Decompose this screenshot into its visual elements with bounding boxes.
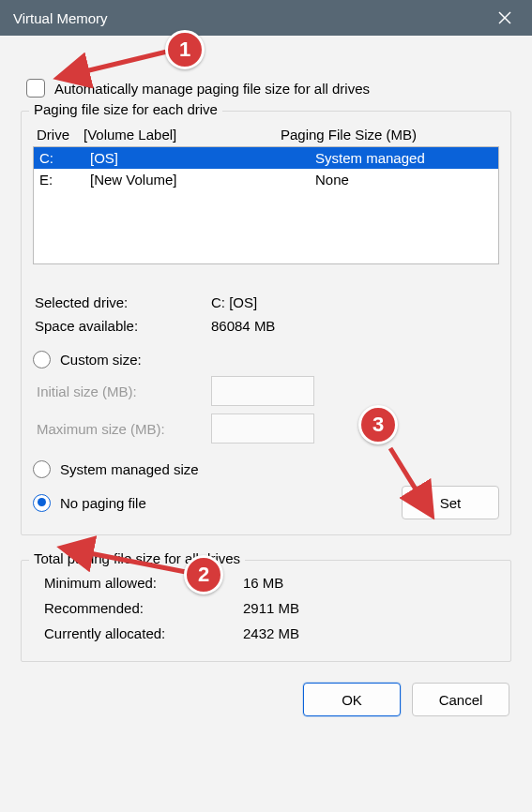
selected-drive-value: C: [OS] xyxy=(211,294,257,310)
dialog-content: Automatically manage paging file size fo… xyxy=(0,36,532,812)
space-available-value: 86084 MB xyxy=(211,318,275,334)
close-icon xyxy=(498,11,511,24)
cancel-button[interactable]: Cancel xyxy=(412,683,509,716)
no-paging-label: No paging file xyxy=(60,495,146,511)
recommended-label: Recommended: xyxy=(44,600,243,616)
header-size: Paging File Size (MB) xyxy=(281,127,495,143)
currently-allocated-label: Currently allocated: xyxy=(44,625,243,641)
drive-list[interactable]: C: [OS] System managed E: [New Volume] N… xyxy=(33,146,499,264)
drives-group-legend: Paging file size for each drive xyxy=(29,101,222,117)
drive-row[interactable]: C: [OS] System managed xyxy=(34,147,498,169)
custom-size-label: Custom size: xyxy=(60,352,142,368)
maximum-size-label: Maximum size (MB): xyxy=(33,421,211,437)
drive-letter: E: xyxy=(39,172,90,188)
space-available-label: Space available: xyxy=(35,318,211,334)
totals-group: Total paging file size for all drives Mi… xyxy=(21,560,511,662)
drive-volume: [OS] xyxy=(90,150,315,166)
set-button[interactable]: Set xyxy=(402,486,499,519)
annotation-badge-2: 2 xyxy=(184,555,223,594)
system-managed-label: System managed size xyxy=(60,461,199,477)
system-managed-radio[interactable] xyxy=(33,460,51,478)
drive-row[interactable]: E: [New Volume] None xyxy=(34,169,498,190)
annotation-badge-1: 1 xyxy=(165,30,205,69)
header-drive: Drive xyxy=(37,127,84,143)
custom-size-option[interactable]: Custom size: xyxy=(33,351,499,368)
auto-manage-label: Automatically manage paging file size fo… xyxy=(54,81,370,97)
annotation-badge-3: 3 xyxy=(358,405,398,444)
titlebar: Virtual Memory xyxy=(0,0,532,36)
virtual-memory-dialog: Virtual Memory Automatically manage pagi… xyxy=(0,0,532,812)
initial-size-input[interactable] xyxy=(211,376,314,406)
ok-button[interactable]: OK xyxy=(303,683,401,716)
initial-size-row: Initial size (MB): xyxy=(33,376,499,406)
no-paging-radio[interactable] xyxy=(33,494,51,512)
drive-list-header: Drive [Volume Label] Paging File Size (M… xyxy=(33,121,499,146)
drive-size: System managed xyxy=(315,150,493,166)
drives-group: Paging file size for each drive Drive [V… xyxy=(21,111,511,535)
initial-size-label: Initial size (MB): xyxy=(33,383,211,399)
drive-volume: [New Volume] xyxy=(90,172,315,188)
drive-letter: C: xyxy=(39,150,90,166)
maximum-size-input[interactable] xyxy=(211,414,314,444)
window-title: Virtual Memory xyxy=(13,10,491,26)
currently-allocated-value: 2432 MB xyxy=(243,625,299,641)
dialog-buttons: OK Cancel xyxy=(21,683,511,716)
min-allowed-value: 16 MB xyxy=(243,575,283,591)
recommended-value: 2911 MB xyxy=(243,600,299,616)
maximum-size-row: Maximum size (MB): xyxy=(33,414,499,444)
selected-drive-label: Selected drive: xyxy=(35,294,211,310)
auto-manage-row[interactable]: Automatically manage paging file size fo… xyxy=(26,79,511,98)
custom-size-radio[interactable] xyxy=(33,351,51,368)
drive-size: None xyxy=(315,172,493,188)
close-button[interactable] xyxy=(491,4,519,32)
selected-drive-info: Selected drive: C: [OS] Space available:… xyxy=(33,291,499,338)
header-volume: [Volume Label] xyxy=(84,127,281,143)
system-managed-option[interactable]: System managed size xyxy=(33,460,499,478)
auto-manage-checkbox[interactable] xyxy=(26,79,45,98)
no-paging-option[interactable]: No paging file xyxy=(33,494,146,512)
